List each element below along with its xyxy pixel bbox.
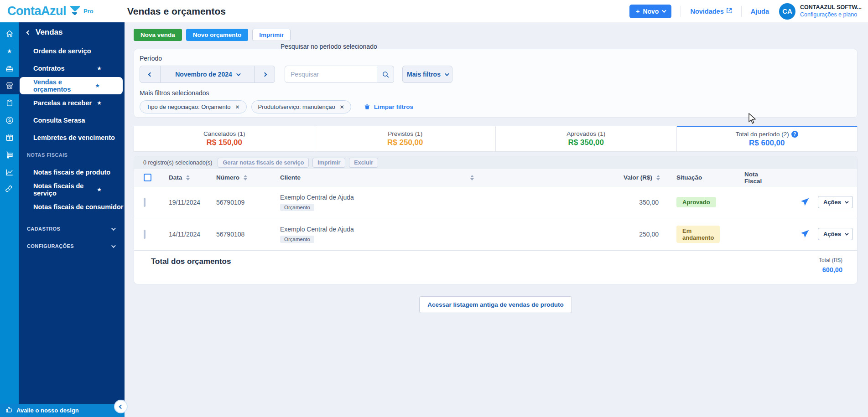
old-list-button[interactable]: Acessar listagem antiga de vendas de pro… <box>419 296 572 313</box>
novo-orcamento-button[interactable]: Novo orçamento <box>186 29 249 41</box>
card-cancelados[interactable]: Cancelados (1) R$ 150,00 <box>134 126 315 152</box>
column-situacao: Situação <box>662 174 717 181</box>
card-total-periodo[interactable]: Total do período (2) ? R$ 600,00 <box>677 126 858 152</box>
sort-icon[interactable] <box>470 173 474 182</box>
sidebar-item-notas-fiscais-de-servico[interactable]: Notas fiscais de serviço★ <box>19 181 125 198</box>
user-avatar[interactable]: CA <box>779 3 795 20</box>
sidebar-back-vendas[interactable]: Vendas <box>19 22 125 42</box>
column-label: Situação <box>676 174 702 181</box>
sidebar-item-ordens-de-servico[interactable]: Ordens de serviço <box>19 42 125 60</box>
close-icon[interactable]: ✕ <box>340 104 344 110</box>
card-label: Aprovados (1) <box>567 130 605 137</box>
novidades-link[interactable]: Novidades <box>690 8 732 15</box>
period-selector: Novembro de 2024 <box>140 66 275 83</box>
card-label: Cancelados (1) <box>203 130 245 137</box>
cash-register-icon[interactable] <box>0 60 19 77</box>
card-previstos[interactable]: Previstos (1) R$ 250,00 <box>315 126 496 152</box>
contaazul-logo[interactable]: ContaAzul Pro <box>7 4 121 18</box>
novo-button[interactable]: + Novo <box>629 5 671 18</box>
sort-icon[interactable] <box>244 173 247 182</box>
sidebar-group-cadastros[interactable]: CADASTROS <box>19 220 125 237</box>
due-calendar-icon[interactable] <box>0 129 19 146</box>
column-data[interactable]: Data <box>160 173 216 182</box>
periodo-label: Período <box>140 55 852 62</box>
integrations-link-icon[interactable] <box>0 181 19 198</box>
chevron-down-icon <box>845 232 848 235</box>
bulk-action-bar: 0 registro(s) selecionado(s) Gerar notas… <box>134 156 857 169</box>
acoes-button[interactable]: Ações <box>818 196 853 208</box>
search-button[interactable] <box>377 66 394 83</box>
gerar-notas-button[interactable]: Gerar notas fiscais de serviço <box>218 158 309 168</box>
card-value: R$ 150,00 <box>207 138 242 147</box>
stock-box-icon[interactable] <box>0 146 19 164</box>
filter-chip-tipo-negociacao[interactable]: Tipo de negociação: Orçamento ✕ <box>140 100 247 113</box>
star-glyph: ★ <box>6 46 13 56</box>
sidebar-item-notas-fiscais-de-consumidor[interactable]: Notas fiscais de consumidor <box>19 198 125 216</box>
column-cliente[interactable]: Cliente <box>271 173 535 182</box>
row-checkbox[interactable] <box>144 198 146 207</box>
cell-valor: 350,00 <box>535 199 662 206</box>
chevron-left-icon <box>148 72 152 77</box>
column-valor[interactable]: Valor (R$) <box>535 173 662 182</box>
mais-filtros-button[interactable]: Mais filtros <box>402 66 452 83</box>
excluir-button[interactable]: Excluir <box>349 158 378 168</box>
sidebar-item-contratos[interactable]: Contratos★ <box>19 60 125 77</box>
close-icon[interactable]: ✕ <box>235 104 240 110</box>
favorites-star-icon[interactable]: ★ <box>0 42 19 60</box>
send-plane-icon[interactable] <box>800 197 810 207</box>
sidebar-item-notas-fiscais-de-produto[interactable]: Notas fiscais de produto <box>19 164 125 181</box>
imprimir-bulk-button[interactable]: Imprimir <box>312 158 345 168</box>
table-row: 19/11/2024 56790109 Exemplo Central de A… <box>134 186 857 218</box>
search-icon <box>382 71 390 78</box>
card-aprovados[interactable]: Aprovados (1) R$ 350,00 <box>496 126 677 152</box>
reports-chart-icon[interactable] <box>0 164 19 181</box>
account-settings-link[interactable]: Configurações e plano <box>800 11 862 19</box>
item-label: Notas fiscais de consumidor <box>33 203 123 211</box>
sidebar-section-notas-fiscais: NOTAS FISCAIS <box>19 146 125 164</box>
limpar-filtros-label: Limpar filtros <box>374 103 413 110</box>
column-nota-fiscal: Nota Fiscal <box>717 171 776 185</box>
imprimir-button[interactable]: Imprimir <box>252 29 291 41</box>
acoes-button[interactable]: Ações <box>818 228 853 240</box>
period-dropdown[interactable]: Novembro de 2024 <box>160 66 255 82</box>
limpar-filtros-button[interactable]: Limpar filtros <box>364 103 413 110</box>
chevron-left-icon <box>26 30 31 35</box>
nova-venda-button[interactable]: Nova venda <box>134 29 182 41</box>
main-content: Nova venda Novo orçamento Imprimir Perío… <box>125 22 868 417</box>
select-all-checkbox[interactable] <box>144 174 151 181</box>
results-table: 0 registro(s) selecionado(s) Gerar notas… <box>134 156 858 284</box>
item-label: Consulta Serasa <box>33 117 85 124</box>
account-menu[interactable]: CONTAAZUL SOFTW... Configurações e plano <box>800 4 862 18</box>
status-badge: Aprovado <box>676 197 716 207</box>
finance-dollar-icon[interactable] <box>0 112 19 129</box>
design-feedback-bar[interactable]: Avalie o nosso design <box>0 404 125 417</box>
top-bar: ContaAzul Pro Vendas e orçamentos + Novo… <box>0 0 868 22</box>
sort-icon[interactable] <box>186 173 190 182</box>
previous-period-button[interactable] <box>140 66 160 82</box>
sales-store-icon[interactable] <box>0 77 19 94</box>
sidebar-item-consulta-serasa[interactable]: Consulta Serasa <box>19 112 125 129</box>
sidebar-group-configuracoes[interactable]: CONFIGURAÇÕES <box>19 237 125 255</box>
search-input[interactable] <box>285 66 377 83</box>
help-icon[interactable]: ? <box>791 131 798 138</box>
send-plane-icon[interactable] <box>800 229 810 239</box>
sidebar-item-vendas-e-orcamentos[interactable]: Vendas e orçamentos★ <box>20 77 123 94</box>
page-toolbar: Nova venda Novo orçamento Imprimir <box>134 29 858 41</box>
next-period-button[interactable] <box>255 66 275 82</box>
filter-chip-produto-servico[interactable]: Produto/serviço: manutenção ✕ <box>251 100 351 113</box>
logo-text: ContaAzul <box>7 4 66 18</box>
chip-label: Produto/serviço: manutenção <box>258 103 335 110</box>
tipo-badge: Orçamento <box>280 236 314 243</box>
ajuda-link[interactable]: Ajuda <box>751 8 769 15</box>
purchases-clipboard-icon[interactable] <box>0 94 19 112</box>
sort-icon[interactable] <box>656 173 660 182</box>
cell-situacao: Em andamento <box>662 226 717 243</box>
collapse-sidebar-button[interactable] <box>114 400 128 413</box>
home-icon[interactable] <box>0 25 19 42</box>
item-label: Contratos <box>33 65 64 72</box>
column-numero[interactable]: Número <box>216 173 271 182</box>
sidebar-item-lembretes-de-vencimento[interactable]: Lembretes de vencimento <box>19 129 125 146</box>
divider <box>741 6 742 17</box>
row-checkbox[interactable] <box>144 230 146 239</box>
sidebar-item-parcelas-a-receber[interactable]: Parcelas a receber★ <box>19 94 125 112</box>
